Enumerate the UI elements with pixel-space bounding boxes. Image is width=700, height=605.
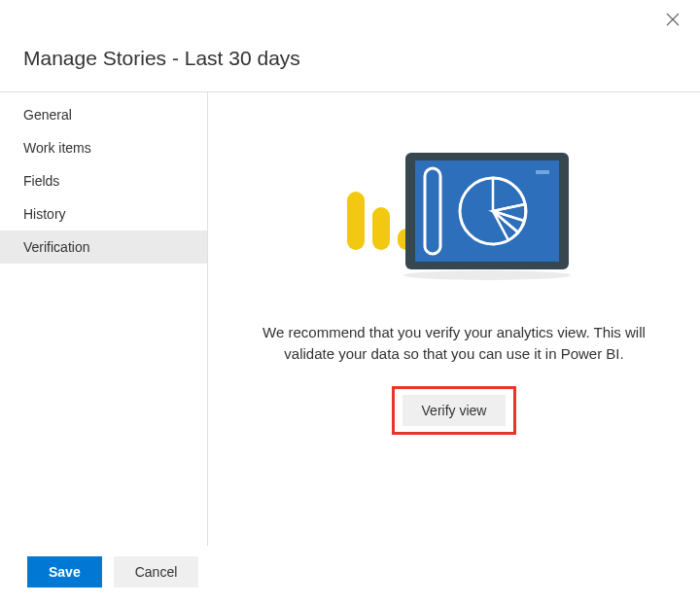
- tablet-chart-icon: [337, 151, 571, 282]
- dialog-header: Manage Stories - Last 30 days: [0, 0, 700, 88]
- sidebar-item-history[interactable]: History: [0, 197, 207, 231]
- sidebar-item-general[interactable]: General: [0, 98, 207, 131]
- main-content: We recommend that you verify your analyt…: [208, 92, 700, 546]
- dialog-footer: Save Cancel: [27, 556, 198, 587]
- sidebar: General Work items Fields History Verifi…: [0, 92, 208, 546]
- verify-highlight-box: Verify view: [392, 386, 517, 435]
- svg-rect-6: [536, 170, 549, 174]
- analytics-illustration: [337, 151, 571, 285]
- svg-rect-0: [347, 192, 365, 250]
- svg-point-8: [403, 270, 571, 280]
- sidebar-item-label: History: [23, 206, 66, 222]
- save-button[interactable]: Save: [27, 556, 102, 587]
- svg-rect-4: [415, 160, 559, 262]
- sidebar-item-label: General: [23, 107, 72, 123]
- sidebar-item-label: Fields: [23, 173, 59, 189]
- sidebar-item-label: Verification: [23, 239, 89, 255]
- dialog-body: General Work items Fields History Verifi…: [0, 92, 700, 546]
- verification-message: We recommend that you verify your analyt…: [247, 322, 661, 365]
- sidebar-item-label: Work items: [23, 140, 91, 156]
- close-icon: [665, 12, 681, 27]
- verify-view-button[interactable]: Verify view: [402, 395, 507, 426]
- page-title: Manage Stories - Last 30 days: [23, 47, 677, 70]
- svg-rect-1: [372, 207, 390, 250]
- sidebar-item-fields[interactable]: Fields: [0, 164, 207, 197]
- sidebar-item-verification[interactable]: Verification: [0, 231, 207, 264]
- close-button[interactable]: [665, 12, 681, 27]
- sidebar-item-work-items[interactable]: Work items: [0, 131, 207, 164]
- cancel-button[interactable]: Cancel: [114, 556, 199, 587]
